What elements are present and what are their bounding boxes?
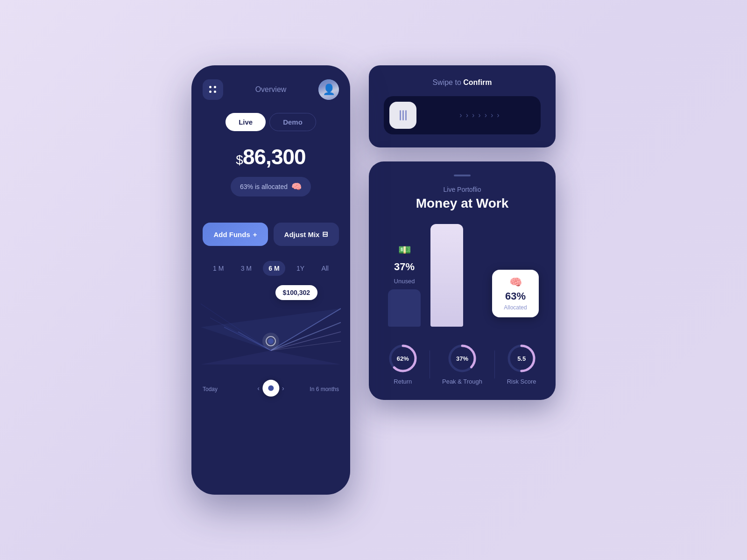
divider <box>430 350 430 378</box>
peak-trough-label: Peak & Trough <box>442 378 482 385</box>
swipe-handle[interactable] <box>389 102 416 129</box>
add-funds-label: Add Funds <box>213 231 250 238</box>
return-label: Return <box>394 378 412 385</box>
arrow-chevron: › <box>478 111 480 119</box>
stat-return: 62% Return <box>388 343 418 385</box>
handle-bar <box>402 110 404 120</box>
handle-bars <box>400 110 407 120</box>
allocated-col: 🧠 63% Allocated <box>430 224 539 327</box>
filter-1m[interactable]: 1 M <box>207 261 229 276</box>
dot <box>214 91 216 93</box>
return-value: 62% <box>397 355 409 362</box>
add-funds-button[interactable]: Add Funds + <box>203 223 268 246</box>
return-circle[interactable]: 62% <box>388 343 418 373</box>
arrow-chevron: › <box>466 111 468 119</box>
allocated-card: 🧠 63% Allocated <box>492 270 539 317</box>
menu-button[interactable] <box>203 79 223 100</box>
svg-marker-8 <box>201 350 341 364</box>
risk-score-value: 5.5 <box>517 355 526 362</box>
arrow-chevron: › <box>497 111 499 119</box>
right-arrow[interactable]: › <box>282 384 284 392</box>
unused-bar: 💵 37% Unused <box>386 244 423 327</box>
chart-svg <box>201 285 341 378</box>
unused-percent: 37% <box>394 261 415 273</box>
arrow-chevron: › <box>491 111 493 119</box>
unused-label: Unused <box>394 278 415 285</box>
allocated-percent: 63% <box>505 290 526 302</box>
live-toggle[interactable]: Live <box>226 113 266 131</box>
peak-trough-value: 37% <box>456 355 468 362</box>
chart-cursor: ‹ › <box>257 379 284 396</box>
sliders-icon: ⊟ <box>322 230 328 238</box>
portfolio-card: Live Portoflio Money at Work 💵 37% Unuse… <box>369 161 556 400</box>
filter-all[interactable]: All <box>316 261 334 276</box>
filter-1y[interactable]: 1Y <box>291 261 310 276</box>
toggle-row: Live Demo <box>203 113 339 131</box>
bars-section: 💵 37% Unused 🧠 63% Allocated <box>382 224 543 327</box>
arrow-chevron: › <box>472 111 474 119</box>
left-phone: Overview 👤 Live Demo $86,300 63% is allo… <box>191 65 350 495</box>
portfolio-indicator <box>454 175 471 176</box>
phone-header: Overview 👤 <box>203 79 339 100</box>
dot <box>209 86 211 88</box>
left-arrow[interactable]: ‹ <box>257 384 260 392</box>
adjust-mix-label: Adjust Mix <box>284 231 320 238</box>
stat-risk-score: 5.5 Risk Score <box>507 343 536 385</box>
swipe-title: Swipe to Confirm <box>384 78 541 87</box>
peak-trough-circle[interactable]: 37% <box>447 343 477 373</box>
plus-icon: + <box>253 231 257 238</box>
allocated-bar-visual <box>430 224 463 327</box>
risk-score-label: Risk Score <box>507 378 536 385</box>
unused-emoji: 💵 <box>398 244 411 256</box>
swipe-plain-text: Swipe to <box>432 78 463 86</box>
chart-label-right: In 6 months <box>310 386 339 392</box>
portfolio-title: Money at Work <box>382 196 543 211</box>
avatar[interactable]: 👤 <box>318 79 339 100</box>
chart-area: $100,302 <box>201 285 341 481</box>
dot <box>214 86 216 88</box>
currency-symbol: $ <box>236 153 243 167</box>
dot <box>209 91 211 93</box>
swipe-card: Swipe to Confirm › › › › › › <box>369 65 556 147</box>
portfolio-subtitle: Live Portoflio <box>382 186 543 193</box>
filter-3m[interactable]: 3 M <box>235 261 257 276</box>
divider <box>494 350 495 378</box>
brain-emoji: 🧠 <box>291 182 302 192</box>
unused-visual <box>388 289 421 327</box>
balance-value: 86,300 <box>243 145 306 169</box>
dots-grid <box>209 86 217 93</box>
balance-amount: $86,300 <box>203 144 339 169</box>
right-column: Swipe to Confirm › › › › › › <box>369 65 556 400</box>
handle-bar <box>400 110 401 120</box>
page-title: Overview <box>255 85 287 94</box>
action-buttons: Add Funds + Adjust Mix ⊟ <box>203 223 339 246</box>
adjust-mix-button[interactable]: Adjust Mix ⊟ <box>274 223 339 246</box>
swipe-bold-text: Confirm <box>463 78 492 86</box>
arrow-chevron: › <box>485 111 487 119</box>
chart-label-left: Today <box>203 386 218 392</box>
filter-6m[interactable]: 6 M <box>263 261 285 276</box>
time-filters: 1 M 3 M 6 M 1Y All <box>203 261 339 276</box>
allocated-emoji: 🧠 <box>509 276 522 288</box>
allocated-text: 63% is allocated <box>240 183 288 190</box>
arrow-chevron: › <box>459 111 462 119</box>
allocated-label: Allocated <box>504 304 527 311</box>
cursor-dot-inner <box>268 385 274 391</box>
avatar-image: 👤 <box>318 79 339 100</box>
balance-section: $86,300 <box>203 144 339 169</box>
stats-row: 62% Return 37% Peak & Trough <box>382 340 543 385</box>
stat-peak-trough: 37% Peak & Trough <box>442 343 482 385</box>
demo-toggle[interactable]: Demo <box>269 113 316 131</box>
swipe-arrows: › › › › › › › <box>424 111 535 119</box>
allocated-badge: 63% is allocated 🧠 <box>231 177 311 196</box>
cursor-dot[interactable] <box>262 379 279 396</box>
handle-bar <box>405 110 407 120</box>
chart-tooltip: $100,302 <box>275 285 317 300</box>
swipe-slider[interactable]: › › › › › › › <box>384 96 541 134</box>
risk-circle[interactable]: 5.5 <box>507 343 536 373</box>
svg-point-11 <box>268 338 274 344</box>
